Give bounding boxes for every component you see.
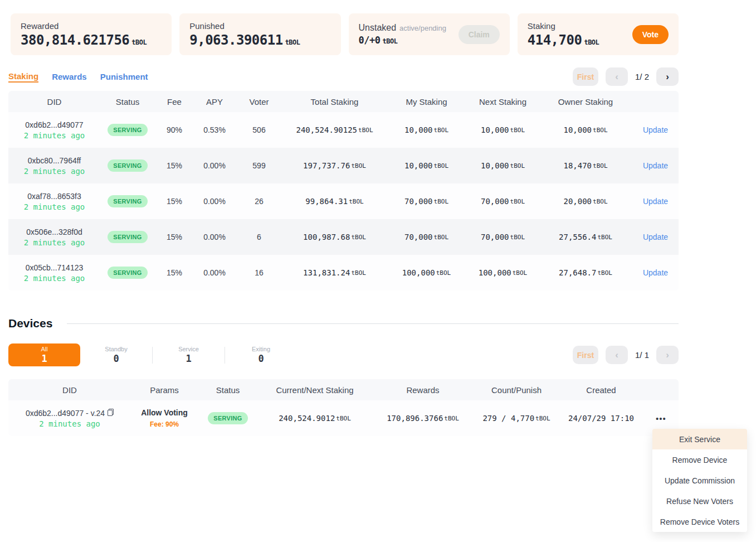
menu-item-remove-device-voters[interactable]: Remove Device Voters bbox=[652, 511, 747, 532]
menu-item-update-commission[interactable]: Update Commission bbox=[652, 470, 747, 491]
punished-label: Punished bbox=[189, 21, 300, 31]
update-link[interactable]: Update bbox=[643, 268, 668, 277]
device-status-filters: All 1 Standby 0 Service 1 Exiting 0 bbox=[8, 343, 297, 366]
devices-next-page-button[interactable]: › bbox=[656, 346, 679, 364]
header-params: Params bbox=[131, 379, 198, 400]
devices-prev-page-button[interactable]: ‹ bbox=[606, 346, 628, 364]
staking-table-header: DID Status Fee APY Voter Total Staking M… bbox=[8, 91, 679, 112]
punished-card: Punished 9,063.390611tBOL bbox=[179, 13, 340, 55]
tabs: Staking Rewards Punishment bbox=[8, 71, 148, 83]
row-voter: 506 bbox=[235, 112, 283, 148]
header-count-punish: Count/Punish bbox=[474, 379, 559, 400]
header-actions bbox=[643, 379, 679, 400]
header-my-staking: My Staking bbox=[386, 91, 467, 112]
row-my-staking: 10,000tBOL bbox=[386, 148, 467, 183]
menu-item-exit-service[interactable]: Exit Service bbox=[652, 429, 747, 449]
chevron-left-icon: ‹ bbox=[615, 350, 618, 361]
device-did: 0xd6b2...d49077 - v.24 bbox=[26, 409, 114, 418]
staking-first-page-button[interactable]: First bbox=[573, 67, 598, 86]
punished-unit: tBOL bbox=[285, 38, 300, 46]
row-apy: 0.53% bbox=[194, 112, 235, 148]
update-link[interactable]: Update bbox=[643, 125, 668, 134]
device-current-next-staking: 240,524.9012tBOL bbox=[258, 400, 372, 436]
row-my-staking: 70,000tBOL bbox=[386, 219, 467, 255]
table-row: 0x05cb...714123 2 minutes ago SERVING 15… bbox=[8, 255, 679, 291]
filter-exiting[interactable]: Exiting 0 bbox=[225, 343, 297, 366]
more-actions-button[interactable]: ••• bbox=[656, 414, 666, 423]
devices-table: DID Params Status Current/Next Staking R… bbox=[8, 379, 679, 436]
row-total-staking: 240,524.90125tBOL bbox=[283, 112, 386, 148]
row-time: 2 minutes ago bbox=[24, 238, 85, 247]
status-badge: SERVING bbox=[108, 231, 147, 243]
status-badge: SERVING bbox=[108, 124, 147, 136]
header-voter: Voter bbox=[235, 91, 283, 112]
row-total-staking: 131,831.24tBOL bbox=[283, 255, 386, 291]
staking-prev-page-button[interactable]: ‹ bbox=[606, 67, 628, 86]
staking-next-page-button[interactable]: › bbox=[656, 67, 679, 86]
row-owner-staking: 27,556.4tBOL bbox=[539, 219, 632, 255]
row-voter: 6 bbox=[235, 219, 283, 255]
chevron-left-icon: ‹ bbox=[615, 71, 618, 83]
staking-page-indicator: 1/ 2 bbox=[635, 72, 649, 81]
staking-card: Staking 414,700tBOL Vote bbox=[518, 13, 679, 55]
page: Rewarded 380,814.621756tBOL Punished 9,0… bbox=[8, 0, 679, 436]
menu-item-refuse-new-voters[interactable]: Refuse New Voters bbox=[652, 491, 747, 511]
claim-button[interactable]: Claim bbox=[459, 25, 500, 44]
row-owner-staking: 18,470tBOL bbox=[539, 148, 632, 183]
update-link[interactable]: Update bbox=[643, 233, 668, 241]
status-badge: SERVING bbox=[108, 195, 147, 207]
header-owner-staking: Owner Staking bbox=[539, 91, 632, 112]
filter-standby[interactable]: Standby 0 bbox=[80, 343, 152, 366]
update-link[interactable]: Update bbox=[643, 161, 668, 170]
row-next-staking: 100,000tBOL bbox=[467, 255, 539, 291]
rewarded-value: 380,814.621756tBOL bbox=[21, 32, 147, 48]
copy-icon[interactable] bbox=[108, 409, 114, 416]
tab-punishment[interactable]: Punishment bbox=[100, 72, 148, 81]
row-fee: 15% bbox=[155, 148, 194, 183]
tab-staking[interactable]: Staking bbox=[8, 71, 38, 83]
staking-tabs-row: Staking Rewards Punishment First ‹ 1/ 2 … bbox=[8, 67, 679, 86]
table-row: 0xd6b2...d49077 2 minutes ago SERVING 90… bbox=[8, 112, 679, 148]
row-fee: 15% bbox=[155, 219, 194, 255]
status-badge: SERVING bbox=[108, 159, 147, 172]
header-status: Status bbox=[100, 91, 155, 112]
stat-cards: Rewarded 380,814.621756tBOL Punished 9,0… bbox=[11, 13, 679, 55]
row-did: 0xaf78...8653f3 bbox=[27, 192, 81, 201]
device-created: 24/07/29 17:10 bbox=[559, 400, 643, 436]
staking-label: Staking bbox=[528, 21, 599, 31]
filter-all[interactable]: All 1 bbox=[8, 343, 80, 366]
row-fee: 15% bbox=[155, 183, 194, 219]
staking-pagination: First ‹ 1/ 2 › bbox=[573, 67, 679, 86]
header-next-staking: Next Staking bbox=[467, 91, 539, 112]
filter-service[interactable]: Service 1 bbox=[153, 343, 225, 366]
devices-page-indicator: 1/ 1 bbox=[635, 350, 649, 360]
row-next-staking: 10,000tBOL bbox=[467, 112, 539, 148]
row-time: 2 minutes ago bbox=[24, 167, 85, 176]
device-param-voting: Allow Voting bbox=[141, 408, 188, 417]
header-fee: Fee bbox=[155, 91, 194, 112]
row-fee: 90% bbox=[155, 112, 194, 148]
row-time: 2 minutes ago bbox=[24, 274, 85, 283]
row-time: 2 minutes ago bbox=[24, 131, 85, 140]
status-badge: SERVING bbox=[208, 412, 247, 424]
device-time: 2 minutes ago bbox=[39, 419, 100, 428]
tab-rewards[interactable]: Rewards bbox=[52, 72, 87, 81]
row-did: 0x05cb...714123 bbox=[26, 263, 84, 272]
row-owner-staking: 10,000tBOL bbox=[539, 112, 632, 148]
staking-value: 414,700tBOL bbox=[528, 32, 599, 48]
unstaked-sublabel: active/pending bbox=[399, 24, 446, 32]
menu-item-remove-device[interactable]: Remove Device bbox=[652, 449, 747, 470]
vote-button[interactable]: Vote bbox=[632, 25, 669, 44]
device-row: 0xd6b2...d49077 - v.24 2 minutes ago All… bbox=[8, 400, 679, 436]
device-actions-menu: Exit Service Remove Device Update Commis… bbox=[652, 429, 747, 532]
row-total-staking: 197,737.76tBOL bbox=[283, 148, 386, 183]
devices-first-page-button[interactable]: First bbox=[573, 346, 598, 364]
staking-unit: tBOL bbox=[584, 38, 599, 46]
punished-value: 9,063.390611tBOL bbox=[189, 32, 300, 48]
row-apy: 0.00% bbox=[194, 219, 235, 255]
row-did: 0x506e...328f0d bbox=[26, 228, 82, 236]
unstaked-unit: tBOL bbox=[382, 37, 397, 45]
row-my-staking: 100,000tBOL bbox=[386, 255, 467, 291]
update-link[interactable]: Update bbox=[643, 197, 668, 206]
rewarded-label: Rewarded bbox=[21, 21, 147, 31]
